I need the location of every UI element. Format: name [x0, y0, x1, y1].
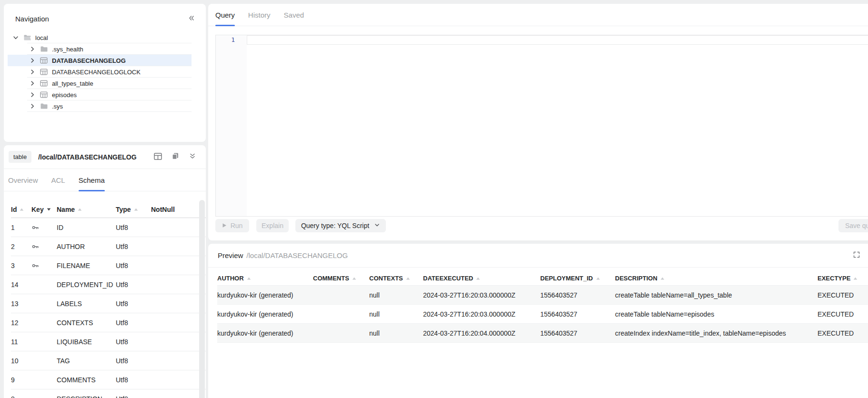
chevron-down-icon [374, 222, 380, 229]
sort-asc-icon [406, 277, 410, 280]
schema-cell: AUTHOR [57, 243, 116, 250]
sort-asc-icon [247, 277, 251, 280]
query-type-dropdown[interactable]: Query type: YQL Script [295, 219, 386, 232]
schema-cell: Utf8 [116, 262, 151, 269]
preview-column-label: EXECTYPE [818, 275, 850, 282]
schema-column-label: NotNull [151, 206, 175, 213]
schema-cell: Utf8 [116, 319, 151, 327]
schema-column-header-name[interactable]: Name [57, 206, 116, 213]
schema-row-tag: 10TAGUtf8 [11, 351, 206, 370]
schema-row-deployment_id: 14DEPLOYMENT_IDUtf8 [11, 275, 206, 294]
preview-column-label: AUTHOR [217, 275, 244, 282]
tree-item-label: episodes [52, 91, 77, 99]
schema-cell: DESCRIPTION [57, 395, 116, 398]
sort-asc-icon [20, 208, 24, 211]
collapse-summary-button[interactable] [188, 151, 197, 162]
preview-column-header-deployment_id[interactable]: DEPLOYMENT_ID [540, 275, 615, 282]
tab-query[interactable]: Query [215, 4, 235, 26]
chevron-right-icon[interactable] [29, 57, 36, 64]
chevron-down-icon[interactable] [12, 34, 19, 41]
collapse-panel-button[interactable] [187, 13, 196, 24]
preview-cell: EXECUTED [818, 310, 868, 318]
table-icon [40, 91, 48, 98]
tab-saved[interactable]: Saved [284, 4, 304, 26]
open-preview-button[interactable] [153, 151, 163, 162]
schema-column-header-type[interactable]: Type [116, 206, 151, 213]
preview-column-header-exectype[interactable]: EXECTYPE [818, 275, 868, 282]
table-icon [40, 57, 48, 64]
sort-asc-icon [134, 208, 138, 211]
query-type-label: Query type: YQL Script [301, 222, 369, 229]
preview-cell: kurdyukov-kir (generated) [217, 291, 313, 299]
chevron-right-icon[interactable] [29, 91, 36, 98]
schema-cell: Utf8 [116, 376, 151, 384]
tab-schema[interactable]: Schema [79, 169, 105, 191]
editor-current-line[interactable] [247, 35, 868, 45]
schema-cell: COMMENTS [57, 376, 116, 384]
schema-header-row: IdKeyNameTypeNotNull [11, 201, 206, 218]
chevron-right-icon[interactable] [29, 46, 36, 52]
schema-cell: 12 [11, 319, 31, 327]
schema-scrollbar[interactable] [199, 200, 205, 398]
preview-cell: EXECUTED [818, 329, 868, 337]
preview-table: AUTHORCOMMENTSCONTEXTSDATEEXECUTEDDEPLOY… [217, 271, 868, 343]
tab-overview[interactable]: Overview [8, 169, 38, 191]
schema-cell: 9 [11, 376, 31, 384]
schema-column-label: Type [116, 206, 131, 213]
table-icon [40, 69, 48, 75]
schema-row-description: 8DESCRIPTIONUtf8 [11, 389, 206, 398]
copy-icon [172, 152, 179, 161]
preview-column-header-author[interactable]: AUTHOR [217, 275, 313, 282]
preview-cell: createTable tableName=episodes [615, 310, 818, 318]
tree-item-local[interactable]: local [8, 32, 192, 43]
tab-history[interactable]: History [248, 4, 271, 26]
preview-cell: createIndex indexName=title_index, table… [615, 329, 818, 337]
schema-column-header-id[interactable]: Id [11, 206, 31, 213]
schema-column-header-notnull[interactable]: NotNull [151, 206, 206, 213]
schema-cell: Utf8 [116, 338, 151, 346]
preview-column-label: COMMENTS [313, 275, 349, 282]
schema-cell: Utf8 [116, 300, 151, 308]
editor-gutter: 1 [216, 35, 247, 216]
preview-column-header-dateexecuted[interactable]: DATEEXECUTED [423, 275, 540, 282]
copy-path-button[interactable] [171, 151, 180, 162]
schema-row-labels: 13LABELSUtf8 [11, 294, 206, 313]
tree-item-episodes[interactable]: episodes [8, 89, 192, 100]
preview-column-header-contexts[interactable]: CONTEXTS [369, 275, 423, 282]
sort-asc-icon [596, 277, 600, 280]
explain-button[interactable]: Explain [256, 219, 289, 232]
tree-item-DATABASECHANGELOGLOCK[interactable]: DATABASECHANGELOGLOCK [8, 66, 192, 78]
chevron-right-icon[interactable] [29, 69, 36, 75]
tree-item-.sys_health[interactable]: .sys_health [8, 43, 192, 55]
tree-item-label: DATABASECHANGELOG [52, 57, 126, 64]
preview-column-label: DEPLOYMENT_ID [540, 275, 593, 282]
object-type-badge: table [9, 151, 31, 163]
schema-cell: LABELS [57, 300, 116, 308]
preview-row: kurdyukov-kir (generated)null2024-03-27T… [217, 286, 868, 305]
tree-item-all_types_table[interactable]: all_types_table [8, 78, 192, 89]
schema-cell: 1 [11, 224, 31, 231]
preview-cell: null [369, 310, 423, 318]
preview-cell: createTable tableName=all_types_table [615, 291, 818, 299]
tree-item-DATABASECHANGELOG[interactable]: DATABASECHANGELOG [8, 55, 192, 66]
query-editor[interactable]: 1 [215, 35, 868, 217]
preview-column-header-comments[interactable]: COMMENTS [313, 275, 369, 282]
schema-column-header-key[interactable]: Key [31, 206, 57, 213]
schema-cell: 8 [11, 395, 31, 398]
run-button[interactable]: Run [215, 219, 249, 232]
schema-row-comments: 9COMMENTSUtf8 [11, 370, 206, 389]
tree-item-.sys[interactable]: .sys [8, 100, 192, 112]
save-query-button[interactable]: Save query [838, 219, 868, 232]
fullscreen-button[interactable] [852, 250, 861, 261]
key-icon [31, 243, 57, 250]
chevron-right-icon[interactable] [29, 103, 36, 109]
chevron-right-icon[interactable] [29, 80, 36, 87]
preview-cell: 1556403527 [540, 291, 615, 299]
schema-cell: 13 [11, 300, 31, 308]
schema-cell: Utf8 [116, 224, 151, 231]
preview-column-label: CONTEXTS [369, 275, 403, 282]
sort-desc-icon [47, 208, 51, 211]
sort-asc-icon [352, 277, 356, 280]
tab-acl[interactable]: ACL [51, 169, 65, 191]
preview-column-header-description[interactable]: DESCRIPTION [615, 275, 818, 282]
